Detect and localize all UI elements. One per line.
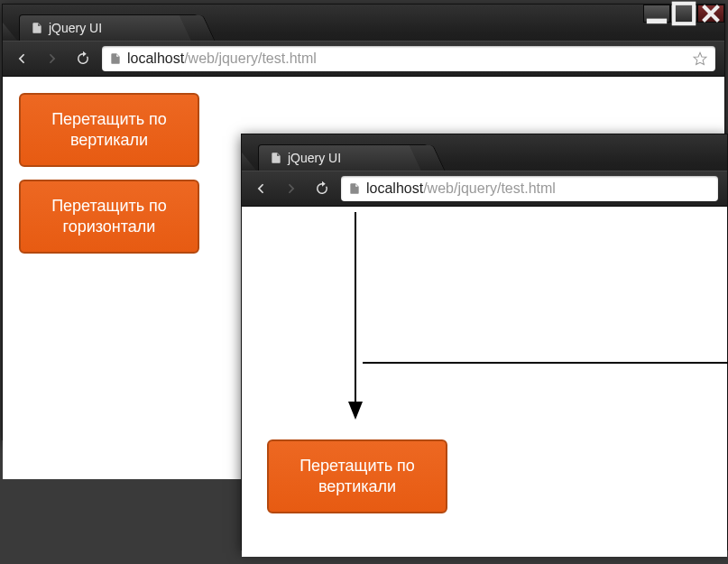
arrow-down-icon: [346, 212, 364, 420]
draggable-horizontal[interactable]: Перетащить по горизонтали: [19, 180, 199, 254]
browser-window-b: jQuery UI localhost/web/jquery/test.html: [241, 134, 728, 550]
reload-icon: [314, 180, 330, 197]
page-content-b: Перетащить по вертикали: [242, 207, 727, 557]
toolbar: localhost/web/jquery/test.html: [242, 171, 727, 206]
arrow-left-icon: [253, 181, 268, 196]
arrow-left-icon: [14, 51, 29, 66]
tab-title: jQuery UI: [288, 151, 341, 165]
reload-button[interactable]: [73, 49, 93, 69]
page-icon: [31, 22, 43, 34]
address-bar[interactable]: localhost/web/jquery/test.html: [102, 46, 715, 71]
page-icon: [348, 182, 361, 195]
tab-title: jQuery UI: [49, 21, 102, 35]
back-button[interactable]: [12, 49, 32, 69]
reload-icon: [75, 51, 91, 67]
arrow-right-icon: [45, 51, 60, 66]
draggable-vertical[interactable]: Перетащить по вертикали: [19, 93, 199, 167]
page-icon: [109, 52, 122, 65]
chrome-top: jQuery UI localhost/web/jquery/test.html: [242, 134, 727, 207]
tab-strip: jQuery UI: [242, 134, 727, 171]
svg-marker-5: [348, 402, 363, 420]
forward-button[interactable]: [281, 179, 301, 199]
bookmark-icon[interactable]: [692, 51, 708, 67]
browser-tab[interactable]: jQuery UI: [258, 144, 428, 171]
address-bar[interactable]: localhost/web/jquery/test.html: [341, 176, 718, 201]
url-text: localhost/web/jquery/test.html: [127, 51, 687, 67]
toolbar: localhost/web/jquery/test.html: [3, 41, 724, 76]
forward-button[interactable]: [42, 49, 62, 69]
reload-button[interactable]: [312, 179, 332, 199]
arrow-right-line-icon: [363, 360, 728, 365]
back-button[interactable]: [251, 179, 271, 199]
page-icon: [270, 152, 282, 164]
tab-strip: jQuery UI: [3, 5, 724, 41]
arrow-right-icon: [284, 181, 299, 196]
draggable-vertical-moved[interactable]: Перетащить по вертикали: [267, 439, 447, 513]
browser-tab[interactable]: jQuery UI: [19, 14, 198, 41]
chrome-top: jQuery UI localhost/web/jquery/test.html: [3, 5, 724, 77]
url-text: localhost/web/jquery/test.html: [366, 180, 711, 197]
